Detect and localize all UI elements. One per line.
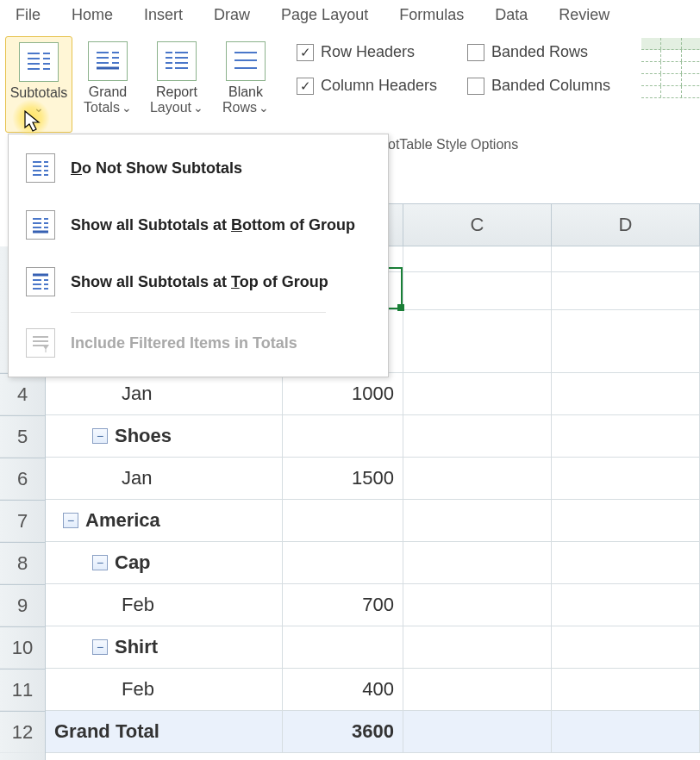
cell[interactable] xyxy=(403,415,552,457)
dd-label: Show all Subtotals at Bottom of Group xyxy=(71,216,355,234)
cell[interactable] xyxy=(552,272,700,309)
chevron-down-icon: ⌄ xyxy=(259,101,269,115)
menu-draw[interactable]: Draw xyxy=(198,3,266,28)
subtotals-top-icon xyxy=(26,267,55,296)
cell[interactable] xyxy=(403,373,552,414)
cell-b5[interactable] xyxy=(283,415,403,457)
ribbon-group-layout: Subtotals ⌄ Grand Totals ⌄ Report Layout… xyxy=(0,29,284,150)
cell[interactable] xyxy=(403,246,552,271)
cell[interactable] xyxy=(552,711,700,752)
cell-a10[interactable]: − Shirt xyxy=(46,626,283,668)
chevron-down-icon: ⌄ xyxy=(34,101,44,115)
cell[interactable] xyxy=(403,542,552,583)
cell-b8[interactable] xyxy=(283,542,403,583)
report-layout-button[interactable]: Report Layout ⌄ xyxy=(143,36,210,133)
dd-label: Do Not Show Subtotals xyxy=(71,159,242,178)
grand-totals-label: Grand xyxy=(89,84,127,100)
menu-review[interactable]: Review xyxy=(543,3,625,28)
banded-columns-checkbox[interactable]: Banded Columns xyxy=(467,77,614,95)
checkbox-unchecked-icon xyxy=(467,78,484,95)
checkbox-unchecked-icon xyxy=(467,44,484,61)
cell[interactable] xyxy=(403,711,552,752)
cell[interactable] xyxy=(403,669,552,710)
cell[interactable] xyxy=(403,626,552,668)
cell[interactable] xyxy=(552,458,700,499)
cell-b10[interactable] xyxy=(283,626,403,668)
chevron-down-icon: ⌄ xyxy=(193,101,203,115)
ribbon-group-styles xyxy=(626,29,700,150)
subtotals-button[interactable]: Subtotals ⌄ xyxy=(5,36,72,133)
cell-b11[interactable]: 400 xyxy=(283,669,403,710)
cell[interactable] xyxy=(403,584,552,626)
dd-do-not-show-subtotals[interactable]: Do Not Show Subtotals xyxy=(9,140,388,196)
cell-b12[interactable]: 3600 xyxy=(283,711,403,752)
column-header-c[interactable]: C xyxy=(403,204,552,246)
cell-b9[interactable]: 700 xyxy=(283,584,403,626)
menubar: File Home Insert Draw Page Layout Formul… xyxy=(0,0,700,29)
dd-subtotals-top[interactable]: Show all Subtotals at Top of Group xyxy=(9,253,388,310)
cell-a11[interactable]: Feb xyxy=(46,669,283,710)
subtotals-dropdown: Do Not Show Subtotals Show all Subtotals… xyxy=(8,134,389,377)
cell[interactable] xyxy=(552,415,700,457)
cell-a8[interactable]: − Cap xyxy=(46,542,283,583)
cell-a6[interactable]: Jan xyxy=(46,458,283,499)
column-headers-checkbox[interactable]: Column Headers xyxy=(297,77,443,95)
row-header-9[interactable]: 9 xyxy=(0,584,45,626)
cell-a7[interactable]: − America xyxy=(46,500,283,541)
menu-page-layout[interactable]: Page Layout xyxy=(266,3,384,28)
dd-label: Show all Subtotals at Top of Group xyxy=(71,273,328,291)
filtered-totals-icon xyxy=(26,328,55,358)
dropdown-separator xyxy=(71,312,326,313)
cell[interactable] xyxy=(403,500,552,541)
cell-b4[interactable]: 1000 xyxy=(283,373,403,414)
cell[interactable] xyxy=(552,626,700,668)
cell-a12[interactable]: Grand Total xyxy=(46,711,283,752)
cell-b6[interactable]: 1500 xyxy=(283,458,403,499)
row-header-11[interactable]: 11 xyxy=(0,669,45,711)
ribbon-group-style-options: Row Headers Banded Rows Column Headers B… xyxy=(284,29,626,150)
cell[interactable] xyxy=(552,542,700,583)
cell[interactable] xyxy=(552,246,700,271)
row-header-6[interactable]: 6 xyxy=(0,458,45,500)
cell[interactable] xyxy=(403,458,552,499)
menu-home[interactable]: Home xyxy=(56,3,128,28)
pivottable-style-thumbnail[interactable] xyxy=(641,38,700,98)
cell[interactable] xyxy=(552,310,700,372)
menu-data[interactable]: Data xyxy=(479,3,543,28)
blank-rows-button[interactable]: Blank Rows ⌄ xyxy=(212,36,279,133)
ribbon: Subtotals ⌄ Grand Totals ⌄ Report Layout… xyxy=(0,29,700,150)
cell[interactable] xyxy=(552,669,700,710)
collapse-toggle-icon[interactable]: − xyxy=(63,513,78,528)
row-header-10[interactable]: 10 xyxy=(0,626,45,669)
cell[interactable] xyxy=(552,584,700,626)
row-header-7[interactable]: 7 xyxy=(0,500,45,542)
subtotals-none-icon xyxy=(26,153,55,183)
column-header-d[interactable]: D xyxy=(552,204,700,246)
cell[interactable] xyxy=(552,500,700,541)
row-header-5[interactable]: 5 xyxy=(0,415,45,458)
row-headers-checkbox[interactable]: Row Headers xyxy=(297,43,443,61)
row-header-12[interactable]: 12 xyxy=(0,711,45,753)
chevron-down-icon: ⌄ xyxy=(122,101,132,115)
menu-formulas[interactable]: Formulas xyxy=(384,3,479,28)
menu-file[interactable]: File xyxy=(9,3,56,28)
menu-insert[interactable]: Insert xyxy=(128,3,198,28)
cell[interactable] xyxy=(552,373,700,414)
cell-a9[interactable]: Feb xyxy=(46,584,283,626)
collapse-toggle-icon[interactable]: − xyxy=(92,555,108,570)
dd-label: Include Filtered Items in Totals xyxy=(71,334,297,352)
cell-b7[interactable] xyxy=(283,500,403,541)
grand-totals-button[interactable]: Grand Totals ⌄ xyxy=(74,36,141,133)
dd-subtotals-bottom[interactable]: Show all Subtotals at Bottom of Group xyxy=(9,196,388,253)
collapse-toggle-icon[interactable]: − xyxy=(92,639,108,655)
grand-totals-icon xyxy=(88,41,128,81)
row-header-4[interactable]: 4 xyxy=(0,373,45,415)
cell[interactable] xyxy=(403,310,552,372)
banded-rows-checkbox[interactable]: Banded Rows xyxy=(467,43,614,61)
cell-a4[interactable]: Jan xyxy=(46,373,283,414)
cell-a5[interactable]: − Shoes xyxy=(46,415,283,457)
cell[interactable] xyxy=(403,272,552,309)
subtotals-bottom-icon xyxy=(26,210,55,240)
row-header-8[interactable]: 8 xyxy=(0,542,45,584)
collapse-toggle-icon[interactable]: − xyxy=(92,428,108,444)
